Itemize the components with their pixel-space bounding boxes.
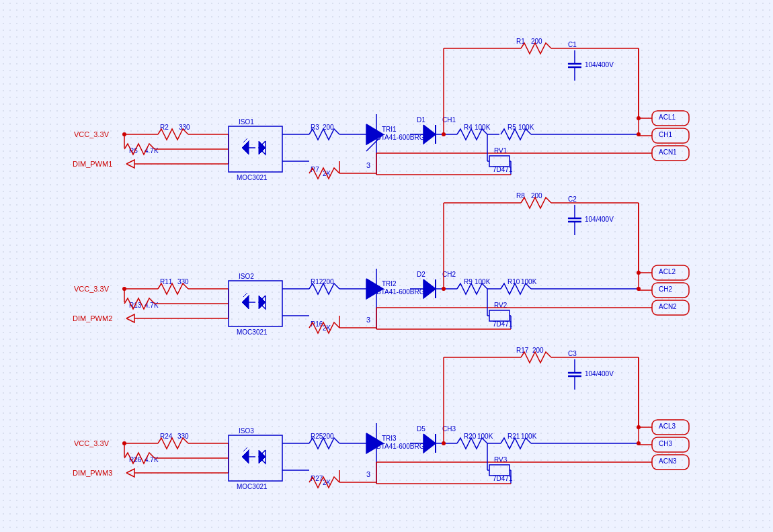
svg-text:MOC3021: MOC3021 (237, 174, 268, 181)
svg-text:7D471: 7D471 (493, 166, 513, 173)
svg-text:7D471: 7D471 (493, 475, 513, 482)
svg-text:R10: R10 (507, 278, 520, 285)
svg-text:VCC_3.3V: VCC_3.3V (74, 439, 110, 447)
svg-text:D1: D1 (417, 116, 425, 124)
svg-point-239 (637, 441, 641, 445)
svg-text:ACL2: ACL2 (659, 268, 676, 275)
svg-text:200: 200 (531, 38, 542, 45)
svg-text:C2: C2 (568, 195, 577, 203)
svg-text:CH3: CH3 (442, 425, 456, 433)
svg-text:D5: D5 (417, 425, 425, 433)
svg-text:R17: R17 (516, 347, 529, 354)
svg-text:104/400V: 104/400V (585, 216, 614, 223)
svg-text:100K: 100K (477, 433, 493, 440)
svg-point-236 (442, 441, 446, 445)
svg-text:TRI2: TRI2 (382, 280, 397, 287)
svg-text:CH2: CH2 (659, 285, 672, 293)
schematic-canvas: VCC_3.3V R2 330 R6 4.7K DIM_PWM1 MOC3021… (0, 0, 773, 532)
svg-text:C3: C3 (568, 350, 577, 357)
svg-text:CH1: CH1 (442, 116, 456, 124)
svg-text:TRI1: TRI1 (382, 126, 397, 133)
svg-text:200: 200 (531, 192, 542, 200)
svg-text:7D471: 7D471 (493, 320, 513, 328)
svg-text:DIM_PWM1: DIM_PWM1 (73, 160, 112, 168)
svg-text:VCC_3.3V: VCC_3.3V (74, 285, 110, 293)
svg-text:ISO2: ISO2 (239, 273, 254, 280)
svg-text:104/400V: 104/400V (585, 61, 614, 69)
svg-text:330: 330 (179, 124, 190, 131)
svg-text:CH2: CH2 (442, 271, 456, 278)
svg-text:MOC3021: MOC3021 (237, 328, 268, 336)
svg-point-74 (637, 116, 641, 120)
svg-text:C1: C1 (568, 41, 577, 48)
svg-text:ACL1: ACL1 (659, 114, 676, 121)
svg-text:104/400V: 104/400V (585, 370, 614, 378)
svg-text:DIM_PWM3: DIM_PWM3 (73, 469, 112, 477)
svg-text:3: 3 (366, 470, 370, 478)
svg-text:100K: 100K (521, 433, 537, 440)
svg-text:ACN1: ACN1 (659, 148, 677, 156)
svg-text:200: 200 (323, 433, 334, 440)
svg-point-237 (637, 132, 641, 136)
svg-text:D2: D2 (417, 271, 425, 278)
svg-text:100K: 100K (521, 278, 537, 285)
svg-point-218 (637, 425, 641, 429)
svg-text:DIM_PWM2: DIM_PWM2 (73, 314, 112, 322)
svg-text:ISO1: ISO1 (239, 118, 254, 126)
svg-text:R21: R21 (507, 433, 520, 440)
svg-point-234 (442, 132, 446, 136)
svg-text:R20: R20 (464, 433, 477, 440)
svg-text:200: 200 (323, 124, 334, 131)
svg-text:CH3: CH3 (659, 440, 672, 447)
svg-text:ACL3: ACL3 (659, 423, 676, 430)
svg-text:ACN2: ACN2 (659, 303, 677, 310)
svg-text:ISO3: ISO3 (239, 427, 254, 435)
svg-point-238 (637, 287, 641, 291)
svg-text:200: 200 (323, 278, 334, 285)
svg-text:TRI3: TRI3 (382, 435, 397, 442)
vcc1-label: VCC_3.3V (74, 130, 110, 138)
svg-text:CH1: CH1 (659, 131, 672, 138)
svg-text:ACN3: ACN3 (659, 457, 677, 465)
svg-text:MOC3021: MOC3021 (237, 483, 268, 490)
svg-point-235 (442, 287, 446, 291)
svg-text:3: 3 (366, 161, 370, 169)
svg-point-146 (637, 271, 641, 275)
svg-text:3: 3 (366, 316, 370, 324)
